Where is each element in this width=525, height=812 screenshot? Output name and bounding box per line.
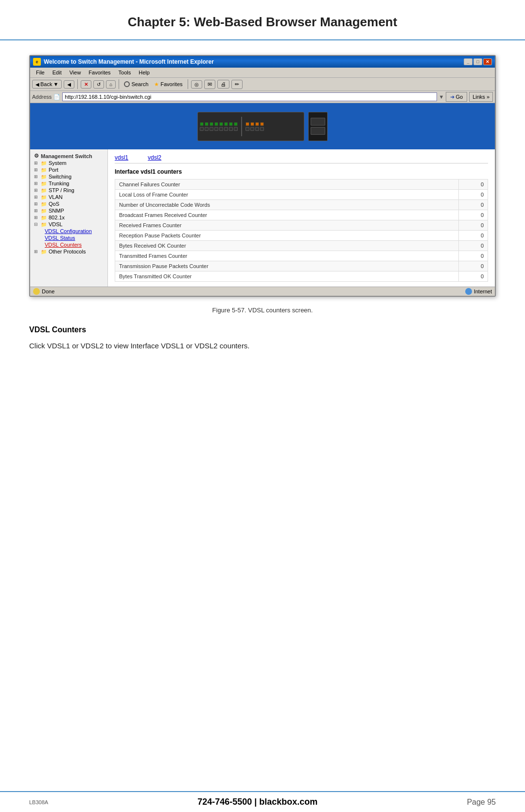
links-button[interactable]: Links » [469, 92, 493, 102]
side-port-2 [311, 127, 325, 135]
tab-vdsl1[interactable]: vdsl1 [115, 154, 128, 161]
search-button[interactable]: Search [122, 80, 150, 88]
tab-vdsl2[interactable]: vdsl2 [148, 154, 161, 161]
port-2 [205, 122, 209, 126]
sidebar-item-vlan[interactable]: ⊞ 📁 VLAN [30, 194, 107, 200]
port-13 [219, 127, 223, 131]
expand-icon-port: ⊞ [34, 167, 39, 172]
menu-help[interactable]: Help [135, 69, 154, 76]
expand-icon-vlan: ⊞ [34, 195, 39, 199]
back-arrow-icon: ◀ [35, 82, 39, 87]
sidebar-item-stp[interactable]: ⊞ 📁 STP / Ring [30, 187, 107, 194]
sidebar-item-system[interactable]: ⊞ 📁 System [30, 160, 107, 166]
page-footer: LB308A 724-746-5500 | blackbox.com Page … [0, 791, 525, 812]
close-button[interactable]: ✕ [483, 58, 492, 65]
side-port-1 [311, 118, 325, 126]
counter-name: Reception Pause Packets Counter [115, 231, 459, 241]
menu-tools[interactable]: Tools [115, 69, 135, 76]
media-button[interactable]: ◎ [191, 80, 202, 89]
links-chevron-icon: » [487, 94, 490, 100]
back-dropdown-icon: ▼ [53, 81, 58, 87]
print-icon: 🖨 [221, 81, 226, 87]
expand-icon-8021x: ⊞ [34, 215, 39, 220]
counter-name: Number of Uncorrectable Code Words [115, 200, 459, 210]
browser-title: Welcome to Switch Management - Microsoft… [44, 58, 214, 65]
figure-caption: Figure 5-57. VDSL counters screen. [29, 307, 496, 314]
forward-button[interactable]: ▶ [64, 80, 74, 89]
folder-icon-stp: 📁 [41, 188, 47, 193]
counter-value: 0 [459, 210, 488, 220]
switch-body [197, 112, 304, 141]
sidebar-item-trunking[interactable]: ⊞ 📁 Trunking [30, 180, 107, 187]
menu-favorites[interactable]: Favorites [85, 69, 114, 76]
table-row: Bytes Transmitted OK Counter0 [115, 271, 488, 282]
folder-icon-system: 📁 [41, 161, 47, 166]
sidebar-snmp-label: SNMP [49, 208, 64, 214]
footer-page: Page 95 [467, 798, 496, 807]
counter-name: Transmitted Frames Counter [115, 251, 459, 261]
back-button[interactable]: ◀ Back ▼ [32, 80, 62, 89]
sidebar-item-snmp[interactable]: ⊞ 📁 SNMP [30, 207, 107, 214]
port-14 [224, 127, 228, 131]
port-19 [255, 122, 259, 126]
status-done-text: Done [42, 289, 54, 294]
counter-value: 0 [459, 261, 488, 271]
mail-icon: ✉ [208, 81, 212, 88]
search-icon [124, 81, 130, 87]
browser-addressbar: Address 📄 ▼ ➜ Go Links » [30, 91, 495, 103]
content-area: e Welcome to Switch Management - Microso… [0, 55, 525, 352]
expand-icon-vdsl: ⊟ [34, 222, 39, 227]
port-16 [234, 127, 238, 131]
stop-button[interactable]: ✕ [81, 80, 91, 89]
refresh-icon: ↺ [97, 82, 101, 87]
sidebar-item-8021x[interactable]: ⊞ 📁 802.1x [30, 214, 107, 221]
port-18 [250, 122, 254, 126]
favorites-button[interactable]: ★ Favorites [152, 80, 184, 89]
sidebar-item-qos[interactable]: ⊞ 📁 QoS [30, 200, 107, 207]
table-row: Number of Uncorrectable Code Words0 [115, 200, 488, 210]
home-button[interactable]: ⌂ [106, 80, 116, 89]
mail-button[interactable]: ✉ [204, 80, 215, 89]
media-icon: ◎ [194, 82, 199, 87]
sidebar-item-switching[interactable]: ⊞ 📁 Switching [30, 173, 107, 180]
menu-view[interactable]: View [66, 69, 85, 76]
edit-icon: ✏ [235, 81, 239, 88]
counters-table: Channel Failures Counter0Local Loss of F… [115, 179, 488, 282]
port-24 [260, 127, 264, 131]
sidebar-qos-label: QoS [49, 201, 59, 207]
vdsl-tabs: vdsl1 vdsl2 [115, 154, 488, 163]
maximize-button[interactable]: □ [473, 58, 482, 65]
sidebar-link-vdsl-config[interactable]: VDSL Configuration [30, 228, 107, 235]
expand-icon-trunking: ⊞ [34, 181, 39, 186]
print-button[interactable]: 🖨 [217, 80, 229, 89]
internet-icon [465, 288, 472, 295]
sidebar-item-other-protocols[interactable]: ⊞ 📁 Other Protocols [30, 248, 107, 255]
favorites-star-icon: ★ [154, 81, 159, 88]
address-dropdown-icon[interactable]: ▼ [439, 94, 444, 100]
address-input[interactable] [62, 92, 437, 101]
browser-app-icon: e [33, 58, 41, 66]
port-row-1 [200, 122, 238, 131]
sidebar-link-vdsl-counters[interactable]: VDSL Counters [30, 241, 107, 248]
go-button[interactable]: ➜ Go [446, 92, 467, 102]
sidebar-item-port[interactable]: ⊞ 📁 Port [30, 166, 107, 173]
address-page-icon: 📄 [53, 94, 60, 100]
counter-value: 0 [459, 271, 488, 282]
go-label: Go [455, 94, 463, 100]
stop-icon: ✕ [84, 82, 88, 87]
sidebar-system-label: System [49, 160, 67, 166]
port-4 [214, 122, 218, 126]
sidebar-item-vdsl[interactable]: ⊟ 📁 VDSL [30, 221, 107, 228]
sidebar-link-vdsl-status[interactable]: VDSL Status [30, 235, 107, 241]
menu-file[interactable]: File [32, 69, 49, 76]
menu-edit[interactable]: Edit [49, 69, 66, 76]
chapter-title: Chapter 5: Web-Based Browser Management [29, 15, 496, 30]
minimize-button[interactable]: _ [464, 58, 472, 65]
refresh-button[interactable]: ↺ [93, 80, 104, 89]
status-left: Done [33, 288, 54, 295]
edit-button[interactable]: ✏ [231, 80, 243, 89]
sidebar-port-label: Port [49, 167, 58, 173]
expand-icon-stp: ⊞ [34, 188, 39, 193]
sidebar-switching-label: Switching [49, 174, 71, 180]
counter-value: 0 [459, 200, 488, 210]
